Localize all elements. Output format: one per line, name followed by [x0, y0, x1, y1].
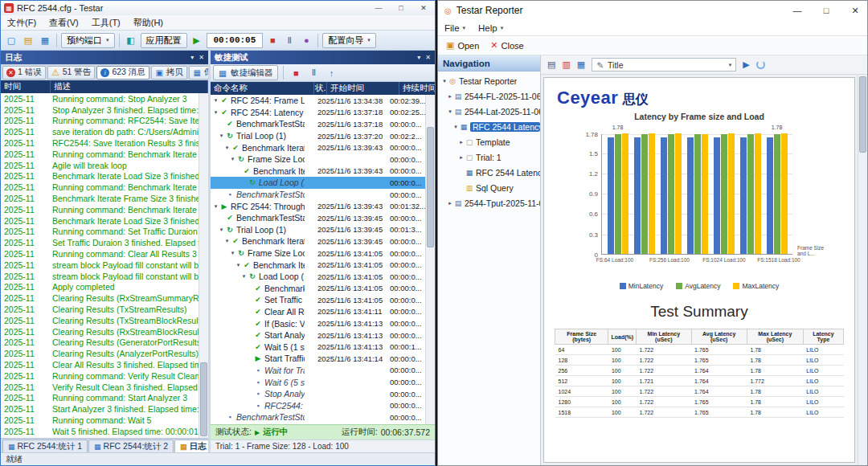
stop-test-icon[interactable]: ■ — [265, 33, 280, 47]
export-pdf-icon[interactable]: ▥ — [562, 59, 570, 70]
agile-command-row[interactable]: ▾↻Frame Size Loop (...2025/11/6 13:41:05… — [211, 247, 425, 260]
tree-scrollbar[interactable] — [425, 95, 435, 424]
agile-command-row[interactable]: ✔If (Basic: Verifi...2025/11/6 13:41:130… — [211, 317, 425, 329]
agile-editor-button[interactable]: ▦ 敏捷编辑器 — [213, 65, 278, 80]
doc-tab-2[interactable]: ▦RFC 2544:统计 2 — [88, 439, 174, 452]
menu-item[interactable]: 工具(T) — [85, 17, 127, 29]
agile-command-row[interactable]: ↻Load Loop (1)00:00:0... — [211, 177, 425, 189]
expander-icon[interactable]: ▾ — [212, 109, 219, 116]
nav-item[interactable]: ▸▤2544-FL-2025-11-06... — [438, 88, 540, 104]
nav-item[interactable]: ▾◎Testar Reporter — [438, 73, 540, 88]
menu-item[interactable]: 帮助(H) — [127, 17, 170, 29]
log-row[interactable]: 2025-11Benchmark Iterate Frame Size 3 fi… — [1, 193, 199, 204]
menu-file[interactable]: File▾ — [438, 23, 472, 33]
agile-command-row[interactable]: ▾▶RFC 2544: Throughput T...2025/11/6 13:… — [211, 200, 425, 212]
agile-command-row[interactable]: ✔Benchmark Itera...2025/11/6 13:39:4300:… — [211, 166, 425, 178]
agile-command-row[interactable]: ▾✔RFC 2544: Frame Loss Test2025/11/6 13:… — [211, 95, 425, 107]
agile-command-row[interactable]: ✔BenchmarkTestStartC...2025/11/6 13:37:1… — [211, 118, 425, 130]
log-row[interactable]: 2025-11stream block Payload fill constan… — [1, 260, 199, 271]
log-row[interactable]: 2025-11Running command: Benchmark Iterat… — [1, 149, 199, 160]
config-wizard-button[interactable]: 配置向导 ▾ — [322, 33, 376, 48]
maximize-button[interactable]: □ — [814, 1, 838, 20]
nav-item[interactable]: ▾▤2544-Lat-2025-11-06... — [438, 104, 540, 119]
expander-icon[interactable]: ▾ — [212, 203, 219, 210]
pause-run-icon[interactable]: Ⅱ — [306, 66, 321, 80]
agile-command-row[interactable]: ✔Benchmark Ite...2025/11/6 13:41:0500:00… — [211, 283, 425, 295]
log-tab-warnings[interactable]: ⚠51 警告 — [47, 66, 96, 80]
log-row[interactable]: 2025-11Set Traffic Duraion 3 finished. E… — [1, 237, 199, 248]
expander-icon[interactable]: ▾ — [223, 238, 231, 244]
agile-command-row[interactable]: ✔Start Analyzer2025/11/6 13:41:1300:00:0… — [211, 329, 425, 341]
agile-command-row[interactable]: ▪Wait 6 (5 seco...00:00:0... — [211, 376, 425, 388]
agile-command-row[interactable]: ▶Start Traffic 32025/11/6 13:41:1400:00:… — [211, 353, 425, 365]
agile-command-row[interactable]: ▾✔Benchmark Iterate2025/11/6 13:39:4300:… — [211, 141, 425, 153]
expander-icon[interactable]: ▸ — [447, 93, 453, 100]
expander-icon[interactable]: ▾ — [229, 156, 236, 162]
minimize-button[interactable]: — — [785, 1, 809, 20]
maximize-button[interactable]: □ — [391, 4, 411, 12]
expander-icon[interactable]: ▾ — [235, 262, 242, 268]
agile-command-row[interactable]: ✔Set Traffic Du...2025/11/6 13:41:0500:0… — [211, 294, 425, 306]
apply-config-button[interactable]: 应用配置 — [141, 33, 187, 48]
log-row[interactable]: 2025-11Start Analyzer 3 finished. Elapse… — [1, 403, 199, 415]
report-scrollbar-thumb[interactable] — [859, 76, 866, 153]
expander-icon[interactable]: ▾ — [218, 133, 225, 139]
nav-item[interactable]: ▾▦RFC 2544 Latency S... — [438, 119, 540, 134]
close-button[interactable]: ✕ — [843, 1, 867, 20]
col-start-time[interactable]: 开始时间 — [327, 82, 399, 95]
expander-icon[interactable]: ▸ — [458, 154, 465, 161]
doc-tab-3[interactable]: ▤日志 — [174, 439, 212, 452]
menu-help[interactable]: Help▾ — [472, 23, 510, 33]
log-row[interactable]: 2025-11Running command: Set Traffic Dura… — [1, 227, 199, 238]
log-row[interactable]: 2025-11Clearing Results (GeneratorPortRe… — [1, 337, 199, 349]
title-combo[interactable]: ✎ Title ▾ — [592, 58, 736, 72]
log-col-desc[interactable]: 描述 — [51, 80, 208, 93]
dock-menu-icon[interactable]: ▾ — [417, 54, 420, 61]
expander-icon[interactable]: ▾ — [441, 78, 448, 84]
new-config-icon[interactable]: ▢ — [4, 33, 18, 47]
log-row[interactable]: 2025-11Running command: RFC2544: Save It… — [1, 116, 199, 127]
agile-command-row[interactable]: ▾↻Frame Size Loop (...00:00:0... — [211, 153, 425, 166]
agile-command-row[interactable]: ▪Stop Analyzer00:00:0... — [211, 388, 425, 400]
log-row[interactable]: 2025-11Running command: Benchmark Iterat… — [1, 182, 199, 193]
expander-icon[interactable]: ▾ — [223, 145, 231, 151]
agile-command-row[interactable]: ▪BenchmarkTestStopC...00:00:0... — [211, 189, 425, 201]
report-scrollbar[interactable] — [858, 75, 867, 465]
expander-icon[interactable]: ▾ — [229, 250, 236, 256]
agile-command-row[interactable]: ✔Clear All Resu...2025/11/6 13:41:1100:0… — [211, 306, 425, 318]
agile-command-row[interactable]: ▪BenchmarkTestStopC...00:00:0... — [211, 411, 425, 423]
connect-chassis-icon[interactable]: ◧ — [124, 33, 138, 47]
log-row[interactable]: 2025-11Clearing Results (RxStreamSummary… — [1, 292, 199, 304]
nav-item[interactable]: ▸▤2544-Tput-2025-11-0... — [438, 195, 540, 211]
menu-item[interactable]: 查看(V) — [43, 17, 85, 29]
log-row[interactable]: 2025-11Running command: Stop Analyzer 3 — [1, 93, 199, 104]
log-row[interactable]: 2025-11Running command: Verify Result Cl… — [1, 370, 199, 382]
agile-command-row[interactable]: ▪RFC2544: Sav...00:00:0... — [211, 399, 425, 411]
log-row[interactable]: 2025-11Clear All Results 3 finished. Ela… — [1, 359, 199, 370]
log-row[interactable]: 2025-11Verify Result Clean 3 finished. E… — [1, 382, 199, 393]
agile-command-row[interactable]: ✔Wait 5 (1 seco...2025/11/6 13:41:1300:0… — [211, 341, 425, 353]
log-row[interactable]: 2025-11Clearing Results (RxStreamBlockRe… — [1, 326, 199, 337]
expander-icon[interactable]: ▾ — [240, 273, 248, 280]
log-scrollbar[interactable] — [199, 93, 208, 438]
log-row[interactable]: 2025-11Agile will break loop — [1, 160, 199, 171]
log-row[interactable]: 2025-11Clearing Results (TxStreamBlockRe… — [1, 315, 199, 326]
agile-command-row[interactable]: ▾↻Trial Loop (1)2025/11/6 13:37:2000:02:… — [211, 130, 425, 142]
agile-command-row[interactable]: ▾✔Benchmark Itera...2025/11/6 13:41:0500… — [211, 259, 425, 271]
dock-close-icon[interactable]: ✕ — [425, 54, 431, 61]
pause-test-icon[interactable]: Ⅱ — [282, 33, 297, 47]
capture-icon[interactable]: ● — [299, 33, 313, 47]
log-col-time[interactable]: 时间 — [1, 80, 51, 93]
log-row[interactable]: 2025-11Wait 5 finished. Elapsed time: 00… — [1, 426, 199, 437]
expander-icon[interactable]: ▾ — [212, 97, 219, 104]
log-row[interactable]: 2025-11Clearing Results (TxStreamResults… — [1, 304, 199, 315]
log-row[interactable]: 2025-11Running command: Start Analyzer 3 — [1, 393, 199, 404]
log-row[interactable]: 2025-11Apply completed — [1, 282, 199, 293]
dock-menu-icon[interactable]: ▾ — [190, 54, 194, 61]
nav-item[interactable]: ▥Sql Query — [438, 180, 540, 195]
expander-icon[interactable]: ▾ — [452, 124, 459, 130]
print-preview-icon[interactable]: ▦ — [577, 59, 585, 70]
col-duration[interactable]: 持续时间 — [399, 82, 435, 95]
log-row[interactable]: 2025-11Stop Analyzer 3 finished. Elapsed… — [1, 104, 199, 116]
log-row[interactable]: 2025-11Clearing Results (AnalyzerPortRes… — [1, 348, 199, 359]
